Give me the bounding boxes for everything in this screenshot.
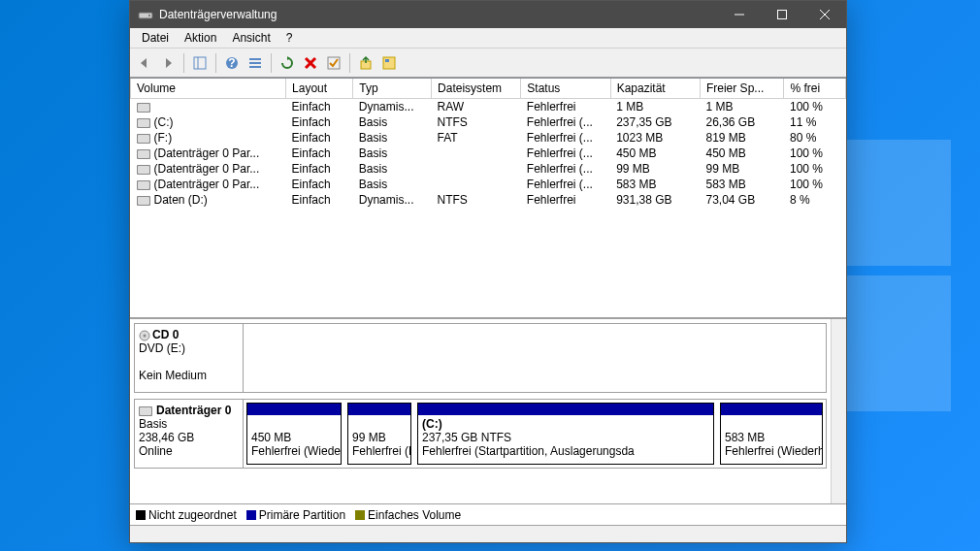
- disk0-size: 238,46 GB: [139, 431, 239, 444]
- svg-point-1: [148, 15, 150, 16]
- back-button[interactable]: [134, 52, 155, 74]
- table-row[interactable]: (Datenträger 0 Par...EinfachBasisFehlerf…: [131, 161, 846, 177]
- column-header[interactable]: Typ: [353, 79, 432, 99]
- disk0-title: Datenträger 0: [156, 404, 231, 417]
- minimize-button[interactable]: [718, 1, 761, 28]
- svg-rect-11: [249, 62, 261, 64]
- graphical-view[interactable]: CD 0 DVD (E:) Kein Medium Datenträger 0 …: [130, 319, 846, 503]
- svg-point-20: [144, 335, 147, 338]
- legend: Nicht zugeordnet Primäre Partition Einfa…: [130, 503, 846, 525]
- window-title: Datenträgerverwaltung: [159, 8, 718, 21]
- disk0-status: Online: [139, 444, 239, 458]
- disk0-row[interactable]: Datenträger 0 Basis 238,46 GB Online 450…: [134, 399, 827, 469]
- settings-list-button[interactable]: [245, 52, 266, 74]
- forward-button[interactable]: [157, 52, 179, 74]
- volume-icon: [137, 149, 150, 159]
- legend-swatch-unallocated: [136, 510, 146, 520]
- show-hide-tree-button[interactable]: [189, 52, 211, 74]
- svg-rect-18: [385, 59, 389, 62]
- column-header[interactable]: Dateisystem: [432, 79, 521, 99]
- properties-button[interactable]: [378, 52, 400, 74]
- volume-icon: [137, 103, 150, 113]
- table-row[interactable]: EinfachDynamis...RAWFehlerfrei1 MB1 MB10…: [131, 99, 846, 115]
- menu-file[interactable]: Datei: [134, 29, 177, 47]
- legend-label-unallocated: Nicht zugeordnet: [148, 508, 237, 522]
- column-header[interactable]: Status: [521, 79, 610, 99]
- export-button[interactable]: [355, 52, 376, 74]
- cd-sub: DVD (E:): [139, 341, 239, 355]
- volume-icon: [137, 180, 150, 190]
- partition[interactable]: 450 MBFehlerfrei (Wiederh: [246, 403, 342, 465]
- column-header[interactable]: Freier Sp...: [700, 79, 784, 99]
- table-row[interactable]: (C:)EinfachBasisNTFSFehlerfrei (...237,3…: [131, 114, 846, 130]
- column-header[interactable]: Kapazität: [610, 79, 700, 99]
- svg-rect-6: [194, 57, 206, 69]
- menu-help[interactable]: ?: [278, 29, 301, 47]
- svg-rect-10: [249, 58, 261, 60]
- delete-button[interactable]: [300, 52, 321, 74]
- disk0-type: Basis: [139, 417, 239, 431]
- app-icon: [138, 7, 153, 22]
- table-row[interactable]: (F:)EinfachBasisFATFehlerfrei (...1023 M…: [131, 130, 846, 146]
- menu-action[interactable]: Aktion: [177, 29, 224, 47]
- titlebar[interactable]: Datenträgerverwaltung: [130, 1, 846, 28]
- disk-management-window: Datenträgerverwaltung Datei Aktion Ansic…: [129, 0, 847, 543]
- legend-swatch-simple: [355, 510, 365, 520]
- legend-label-primary: Primäre Partition: [259, 508, 345, 522]
- volume-table[interactable]: VolumeLayoutTypDateisystemStatusKapazitä…: [130, 79, 846, 319]
- scrollbar[interactable]: [831, 319, 846, 503]
- partition[interactable]: 583 MBFehlerfrei (Wiederhe: [720, 403, 823, 465]
- svg-rect-3: [778, 11, 787, 19]
- volume-icon: [137, 196, 150, 206]
- help-button[interactable]: ?: [221, 52, 243, 74]
- volume-icon: [137, 165, 150, 175]
- svg-text:?: ?: [228, 56, 235, 70]
- statusbar: [130, 525, 846, 542]
- close-button[interactable]: [803, 1, 846, 28]
- column-header[interactable]: Volume: [131, 79, 286, 99]
- cd-drive-row[interactable]: CD 0 DVD (E:) Kein Medium: [134, 323, 827, 393]
- partition[interactable]: 99 MBFehlerfrei (EF: [347, 403, 411, 465]
- volume-icon: [137, 118, 150, 128]
- table-row[interactable]: (Datenträger 0 Par...EinfachBasisFehlerf…: [131, 146, 846, 161]
- svg-rect-12: [249, 66, 261, 68]
- legend-swatch-primary: [246, 510, 256, 520]
- disk-icon: [139, 406, 152, 416]
- cd-title: CD 0: [152, 328, 179, 341]
- svg-rect-17: [383, 57, 395, 69]
- table-row[interactable]: Daten (D:)EinfachDynamis...NTFSFehlerfre…: [131, 192, 846, 208]
- toolbar: ?: [130, 49, 846, 78]
- table-row[interactable]: (Datenträger 0 Par...EinfachBasisFehlerf…: [131, 177, 846, 192]
- menubar: Datei Aktion Ansicht ?: [130, 28, 846, 49]
- content-area: VolumeLayoutTypDateisystemStatusKapazitä…: [130, 78, 846, 542]
- menu-view[interactable]: Ansicht: [224, 29, 278, 47]
- maximize-button[interactable]: [761, 1, 803, 28]
- legend-label-simple: Einfaches Volume: [368, 508, 461, 522]
- column-header[interactable]: % frei: [784, 79, 846, 99]
- cd-status: Kein Medium: [139, 369, 239, 382]
- column-header[interactable]: Layout: [286, 79, 353, 99]
- volume-icon: [137, 134, 150, 144]
- partition[interactable]: (C:)237,35 GB NTFSFehlerfrei (Startparti…: [417, 403, 714, 465]
- refresh-button[interactable]: [277, 52, 298, 74]
- properties-check-button[interactable]: [323, 52, 344, 74]
